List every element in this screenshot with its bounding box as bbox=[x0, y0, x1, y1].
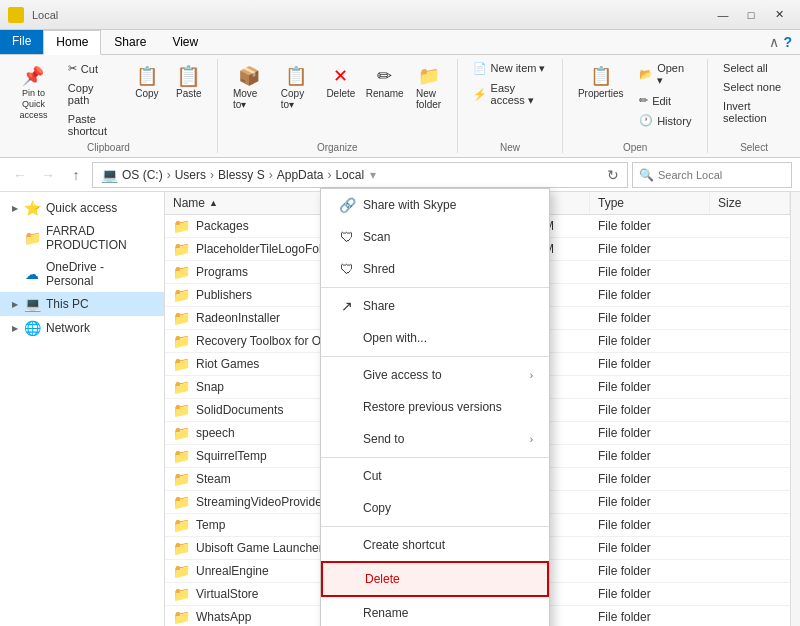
ribbon-tabs: File Home Share View ∧ ? bbox=[0, 30, 800, 55]
pin-button[interactable]: 📌 Pin to Quickaccess bbox=[8, 59, 59, 125]
col-header-size[interactable]: Size bbox=[710, 192, 790, 214]
ctx-item-delete[interactable]: Delete bbox=[321, 561, 549, 597]
ctx-label: Restore previous versions bbox=[363, 400, 502, 414]
ctx-item-rename[interactable]: Rename bbox=[321, 597, 549, 626]
file-name: Publishers bbox=[196, 288, 252, 302]
ctx-item-sendto[interactable]: Send to › bbox=[321, 423, 549, 455]
newitem-button[interactable]: 📄 New item ▾ bbox=[466, 59, 555, 78]
file-size bbox=[710, 522, 790, 528]
refresh-button[interactable]: ↻ bbox=[607, 167, 619, 183]
invertselection-button[interactable]: Invert selection bbox=[716, 97, 792, 127]
open-button[interactable]: 📂 Open ▾ bbox=[632, 59, 699, 90]
selectall-label: Select all bbox=[723, 62, 768, 74]
new-buttons: 📄 New item ▾ ⚡ Easy access ▾ bbox=[466, 59, 555, 140]
open-small-buttons: 📂 Open ▾ ✏ Edit 🕐 History bbox=[632, 59, 699, 130]
ctx-item-shareskype[interactable]: 🔗 Share with Skype bbox=[321, 189, 549, 221]
sidebar-item-farrad[interactable]: 📁 FARRAD PRODUCTION bbox=[0, 220, 164, 256]
ribbon-help-icon[interactable]: ? bbox=[783, 34, 792, 50]
sidebar-item-quickaccess[interactable]: ▶ ⭐ Quick access bbox=[0, 196, 164, 220]
delete-ribbon-button[interactable]: ✕ Delete bbox=[321, 59, 361, 104]
easyaccess-icon: ⚡ bbox=[473, 88, 487, 101]
ctx-item-scan[interactable]: 🛡 Scan bbox=[321, 221, 549, 253]
sidebar-item-network[interactable]: ▶ 🌐 Network bbox=[0, 316, 164, 340]
maximize-button[interactable]: □ bbox=[738, 5, 764, 25]
tab-home[interactable]: Home bbox=[43, 30, 101, 55]
ribbon-up-icon[interactable]: ∧ bbox=[769, 34, 779, 50]
paste-label: Paste bbox=[176, 88, 202, 99]
back-button[interactable]: ← bbox=[8, 163, 32, 187]
selectall-button[interactable]: Select all bbox=[716, 59, 792, 77]
file-icon: 📁 bbox=[173, 379, 190, 395]
copyto-button[interactable]: 📋 Copy to▾ bbox=[274, 59, 319, 115]
copyto-icon: 📋 bbox=[284, 64, 308, 88]
ctx-label: Give access to bbox=[363, 368, 442, 382]
clipboard-small-buttons: ✂ Cut Copy path Paste shortcut bbox=[61, 59, 125, 140]
newitem-icon: 📄 bbox=[473, 62, 487, 75]
ctx-item-createshortcut[interactable]: Create shortcut bbox=[321, 529, 549, 561]
onedrive-label: OneDrive - Personal bbox=[46, 260, 152, 288]
edit-label: Edit bbox=[652, 95, 671, 107]
file-type: File folder bbox=[590, 239, 710, 259]
file-icon: 📁 bbox=[173, 241, 190, 257]
edit-button[interactable]: ✏ Edit bbox=[632, 91, 699, 110]
up-button[interactable]: ↑ bbox=[64, 163, 88, 187]
ctx-item-cut[interactable]: Cut bbox=[321, 460, 549, 492]
paste-button[interactable]: 📋 Paste bbox=[169, 59, 209, 104]
ctx-item-copy[interactable]: Copy bbox=[321, 492, 549, 524]
forward-button[interactable]: → bbox=[36, 163, 60, 187]
breadcrumb-2: Users bbox=[175, 168, 206, 182]
breadcrumb-4: AppData bbox=[277, 168, 324, 182]
ctx-icon bbox=[337, 429, 357, 449]
ctx-icon: 🛡 bbox=[337, 227, 357, 247]
properties-button[interactable]: 📋 Properties bbox=[571, 59, 630, 104]
context-menu: 🔗 Share with Skype 🛡 Scan 🛡 Shred ↗ Shar… bbox=[320, 188, 550, 626]
file-type: File folder bbox=[590, 308, 710, 328]
ctx-icon: 🛡 bbox=[337, 259, 357, 279]
tab-file[interactable]: File bbox=[0, 30, 43, 54]
col-type-label: Type bbox=[598, 196, 624, 210]
history-button[interactable]: 🕐 History bbox=[632, 111, 699, 130]
selectnone-button[interactable]: Select none bbox=[716, 78, 792, 96]
file-type: File folder bbox=[590, 354, 710, 374]
ctx-icon bbox=[337, 466, 357, 486]
rename-button[interactable]: ✏ Rename bbox=[363, 59, 407, 104]
delete-label: Delete bbox=[326, 88, 355, 99]
ribbon-group-open: 📋 Properties 📂 Open ▾ ✏ Edit 🕐 History bbox=[563, 59, 708, 153]
file-type: File folder bbox=[590, 400, 710, 420]
pasteshortcut-button[interactable]: Paste shortcut bbox=[61, 110, 125, 140]
file-icon: 📁 bbox=[173, 218, 190, 234]
col-header-type[interactable]: Type bbox=[590, 192, 710, 214]
ctx-item-giveaccess[interactable]: Give access to › bbox=[321, 359, 549, 391]
tab-share[interactable]: Share bbox=[101, 30, 159, 54]
file-size bbox=[710, 223, 790, 229]
moveto-button[interactable]: 📦 Move to▾ bbox=[226, 59, 272, 115]
tab-view[interactable]: View bbox=[159, 30, 211, 54]
file-icon: 📁 bbox=[173, 586, 190, 602]
ctx-item-share[interactable]: ↗ Share bbox=[321, 290, 549, 322]
easyaccess-button[interactable]: ⚡ Easy access ▾ bbox=[466, 79, 555, 110]
sidebar-item-thispc[interactable]: ▶ 💻 This PC bbox=[0, 292, 164, 316]
copy-icon: 📋 bbox=[135, 64, 159, 88]
newfolder-button[interactable]: 📁 Newfolder bbox=[409, 59, 449, 115]
network-expand-icon: ▶ bbox=[12, 324, 18, 333]
file-size bbox=[710, 453, 790, 459]
file-type: File folder bbox=[590, 262, 710, 282]
ctx-item-restoreprevious[interactable]: Restore previous versions bbox=[321, 391, 549, 423]
copy-button[interactable]: 📋 Copy bbox=[127, 59, 167, 104]
ctx-item-openwith[interactable]: Open with... bbox=[321, 322, 549, 354]
file-name: Snap bbox=[196, 380, 224, 394]
ctx-label: Copy bbox=[363, 501, 391, 515]
cut-label: Cut bbox=[81, 63, 98, 75]
cut-button[interactable]: ✂ Cut bbox=[61, 59, 125, 78]
minimize-button[interactable]: — bbox=[710, 5, 736, 25]
search-input[interactable] bbox=[658, 169, 785, 181]
ctx-item-shred[interactable]: 🛡 Shred bbox=[321, 253, 549, 285]
address-bar[interactable]: 💻 OS (C:) › Users › Blessy S › AppData ›… bbox=[92, 162, 628, 188]
ctx-item-inner: Create shortcut bbox=[337, 535, 445, 555]
sidebar-item-onedrive[interactable]: ☁ OneDrive - Personal bbox=[0, 256, 164, 292]
ctx-submenu-arrow: › bbox=[530, 434, 533, 445]
close-button[interactable]: ✕ bbox=[766, 5, 792, 25]
copypath-button[interactable]: Copy path bbox=[61, 79, 125, 109]
ctx-label: Open with... bbox=[363, 331, 427, 345]
search-bar[interactable]: 🔍 bbox=[632, 162, 792, 188]
